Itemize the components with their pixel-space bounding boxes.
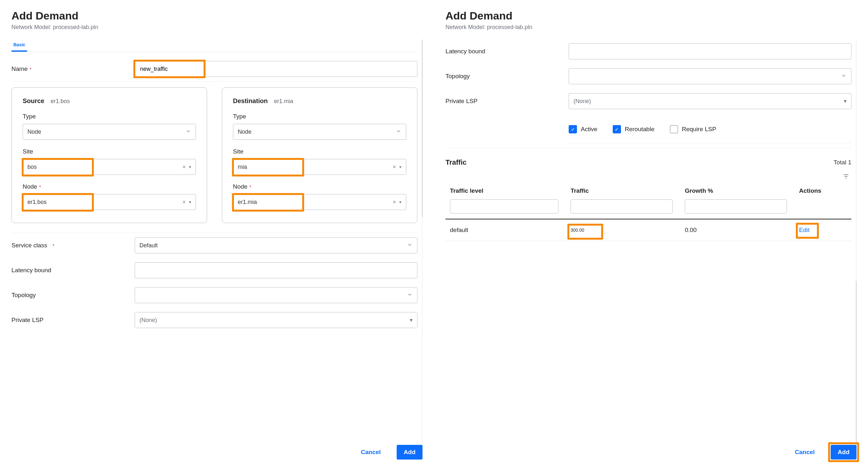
edit-link[interactable]: Edit bbox=[799, 226, 810, 233]
destination-node-combo[interactable]: er1.mia × ▾ bbox=[233, 194, 406, 210]
col-actions: Actions bbox=[799, 187, 847, 194]
name-label: Name* bbox=[11, 65, 126, 72]
filter-actions-spacer bbox=[799, 199, 847, 214]
clear-icon[interactable]: × bbox=[393, 164, 396, 171]
reroutable-checkbox[interactable]: ✓ Reroutable bbox=[613, 125, 654, 133]
cancel-button[interactable]: Cancel bbox=[788, 445, 822, 460]
cancel-button[interactable]: Cancel bbox=[354, 445, 388, 460]
traffic-row: default 300.00 0.00 Edit bbox=[445, 220, 851, 241]
checkbox-icon: ✓ bbox=[569, 125, 577, 133]
clear-icon[interactable]: × bbox=[182, 199, 186, 206]
destination-site-combo[interactable]: mia × ▾ bbox=[233, 159, 406, 175]
source-node-value: er1.bos bbox=[27, 199, 179, 206]
private-lsp-label: Private LSP bbox=[11, 316, 126, 323]
checkbox-icon: ✓ bbox=[613, 125, 621, 133]
clear-icon[interactable]: × bbox=[182, 164, 186, 171]
traffic-cell: 300.00 bbox=[570, 227, 673, 233]
source-site-value: bos bbox=[27, 164, 179, 171]
right-panel: Add Demand Network Model: processed-lab.… bbox=[434, 0, 868, 464]
checkbox-icon bbox=[670, 125, 678, 133]
topology-label: Topology bbox=[11, 292, 126, 299]
chevron-down-icon bbox=[407, 292, 413, 299]
latency-bound-label: Latency bound bbox=[445, 48, 560, 55]
vertical-scrollbar[interactable] bbox=[422, 39, 423, 459]
destination-site-value: mia bbox=[238, 164, 389, 171]
caret-down-icon[interactable]: ▾ bbox=[189, 164, 191, 169]
destination-title: Destination bbox=[233, 97, 268, 105]
vertical-scrollbar[interactable] bbox=[856, 39, 857, 459]
source-node-combo[interactable]: er1.bos × ▾ bbox=[23, 194, 196, 210]
caret-down-icon[interactable]: ▾ bbox=[399, 164, 401, 169]
latency-bound-text[interactable] bbox=[574, 44, 847, 59]
source-site-label: Site bbox=[23, 148, 196, 155]
scrollbar-thumb[interactable] bbox=[856, 280, 857, 459]
destination-node-label: Node* bbox=[233, 183, 406, 190]
traffic-level-cell: default bbox=[450, 226, 558, 234]
left-panel: Add Demand Network Model: processed-lab.… bbox=[0, 0, 434, 464]
latency-bound-input[interactable] bbox=[135, 262, 417, 278]
traffic-total: Total 1 bbox=[834, 159, 851, 166]
source-box: Source er1.bos Type Node bbox=[11, 87, 207, 223]
chevron-down-icon bbox=[396, 128, 401, 135]
chevron-down-icon bbox=[407, 242, 413, 249]
caret-down-icon: ▾ bbox=[410, 316, 413, 323]
filter-traffic-level[interactable] bbox=[450, 199, 558, 214]
source-title: Source bbox=[23, 97, 44, 105]
private-lsp-label: Private LSP bbox=[445, 98, 560, 105]
tab-basic[interactable]: Basic bbox=[11, 39, 27, 52]
chevron-down-icon bbox=[185, 128, 191, 135]
source-subtitle: er1.bos bbox=[51, 98, 70, 104]
destination-node-value: er1.mia bbox=[238, 199, 389, 206]
add-button[interactable]: Add bbox=[831, 445, 857, 460]
destination-site-label: Site bbox=[233, 148, 406, 155]
latency-bound-text[interactable] bbox=[140, 262, 413, 278]
caret-down-icon[interactable]: ▾ bbox=[189, 199, 191, 205]
latency-bound-input[interactable] bbox=[569, 43, 851, 59]
topology-select[interactable] bbox=[569, 68, 851, 84]
growth-cell: 0.00 bbox=[685, 226, 787, 234]
topology-label: Topology bbox=[445, 73, 560, 80]
model-subtitle: Network Model: processed-lab.pln bbox=[11, 24, 423, 31]
chevron-down-icon bbox=[841, 73, 847, 80]
source-type-label: Type bbox=[23, 113, 196, 120]
active-checkbox[interactable]: ✓ Active bbox=[569, 125, 597, 133]
model-subtitle: Network Model: processed-lab.pln bbox=[445, 24, 857, 31]
col-traffic-level: Traffic level bbox=[450, 187, 558, 194]
actions-cell: Edit bbox=[799, 226, 847, 234]
destination-type-select[interactable]: Node bbox=[233, 124, 406, 140]
destination-box: Destination er1.mia Type Node bbox=[222, 87, 417, 223]
destination-type-label: Type bbox=[233, 113, 406, 120]
filter-traffic[interactable] bbox=[570, 199, 673, 214]
col-growth: Growth % bbox=[685, 187, 787, 194]
tabs: Basic bbox=[11, 39, 417, 52]
filter-icon[interactable] bbox=[842, 173, 849, 181]
filter-growth[interactable] bbox=[685, 199, 787, 214]
page-title: Add Demand bbox=[11, 9, 423, 22]
caret-down-icon: ▾ bbox=[844, 98, 847, 105]
caret-down-icon[interactable]: ▾ bbox=[399, 199, 401, 205]
col-traffic: Traffic bbox=[570, 187, 673, 194]
name-input[interactable] bbox=[135, 61, 417, 77]
destination-subtitle: er1.mia bbox=[274, 98, 293, 104]
latency-bound-label: Latency bound bbox=[11, 267, 126, 274]
traffic-section-title: Traffic bbox=[445, 158, 467, 166]
private-lsp-select[interactable]: (None) ▾ bbox=[569, 93, 851, 109]
clear-icon[interactable]: × bbox=[393, 199, 396, 206]
name-input-text[interactable] bbox=[140, 61, 413, 76]
footer-actions: Cancel Add bbox=[788, 445, 857, 460]
service-class-select[interactable]: Default bbox=[135, 238, 417, 253]
scrollbar-thumb[interactable] bbox=[422, 39, 423, 218]
add-button[interactable]: Add bbox=[397, 445, 423, 460]
footer-actions: Cancel Add bbox=[354, 445, 423, 460]
page-title: Add Demand bbox=[445, 9, 857, 22]
source-site-combo[interactable]: bos × ▾ bbox=[23, 159, 196, 175]
require-lsp-checkbox[interactable]: Require LSP bbox=[670, 125, 716, 133]
source-node-label: Node* bbox=[23, 183, 196, 190]
private-lsp-select[interactable]: (None) ▾ bbox=[135, 312, 417, 328]
source-type-select[interactable]: Node bbox=[23, 124, 196, 140]
service-class-label: Service class * bbox=[11, 242, 126, 249]
topology-select[interactable] bbox=[135, 287, 417, 303]
